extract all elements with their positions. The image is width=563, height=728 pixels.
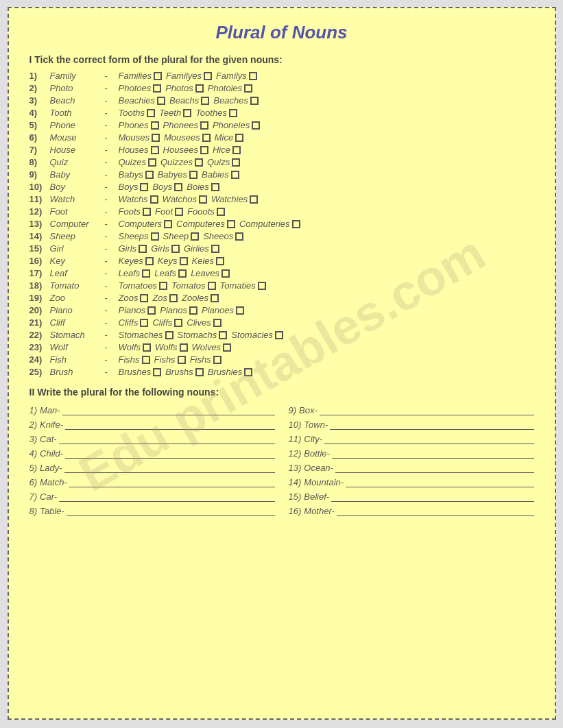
- option-checkbox[interactable]: [275, 331, 283, 339]
- write-answer-line[interactable]: [64, 462, 275, 473]
- option: Pianos: [119, 305, 156, 315]
- option-checkbox[interactable]: [235, 232, 243, 241]
- option-checkbox[interactable]: [202, 134, 211, 142]
- option-checkbox[interactable]: [217, 208, 225, 216]
- option-checkbox[interactable]: [139, 245, 147, 253]
- write-answer-line[interactable]: [67, 505, 275, 516]
- option-checkbox[interactable]: [244, 368, 252, 376]
- option-checkbox[interactable]: [147, 306, 156, 315]
- option-checkbox[interactable]: [142, 356, 150, 364]
- option-checkbox[interactable]: [213, 356, 221, 364]
- option-checkbox[interactable]: [151, 146, 159, 154]
- option-checkbox[interactable]: [189, 306, 197, 315]
- option-checkbox[interactable]: [143, 208, 151, 216]
- option-checkbox[interactable]: [153, 368, 161, 376]
- option-checkbox[interactable]: [157, 97, 165, 105]
- write-answer-line[interactable]: [59, 491, 274, 502]
- option-checkbox[interactable]: [221, 269, 230, 278]
- write-answer-line[interactable]: [65, 419, 274, 430]
- option-checkbox[interactable]: [195, 84, 204, 93]
- option-checkbox[interactable]: [154, 72, 162, 80]
- option-checkbox[interactable]: [152, 134, 160, 142]
- option-checkbox[interactable]: [213, 319, 221, 327]
- option-checkbox[interactable]: [249, 72, 257, 80]
- write-answer-line[interactable]: [324, 433, 534, 444]
- option-checkbox[interactable]: [189, 171, 197, 179]
- option-checkbox[interactable]: [244, 84, 252, 93]
- option-checkbox[interactable]: [219, 331, 227, 339]
- option-checkbox[interactable]: [200, 146, 208, 154]
- write-answer-line[interactable]: [69, 476, 275, 487]
- write-number: 15): [289, 492, 302, 502]
- option-checkbox[interactable]: [140, 294, 148, 302]
- option-checkbox[interactable]: [145, 171, 154, 179]
- option-checkbox[interactable]: [150, 195, 158, 204]
- write-answer-line[interactable]: [335, 462, 534, 473]
- write-right-column: 9)Box-10)Town-11)City-12)Bottle-13)Ocean…: [289, 404, 534, 520]
- option-checkbox[interactable]: [211, 294, 219, 302]
- option-checkbox[interactable]: [169, 294, 178, 302]
- option-checkbox[interactable]: [151, 232, 159, 241]
- option-text: Fooots: [187, 206, 215, 217]
- option-checkbox[interactable]: [140, 319, 148, 327]
- option-checkbox[interactable]: [178, 356, 186, 364]
- option-checkbox[interactable]: [180, 343, 188, 352]
- write-answer-line[interactable]: [330, 419, 534, 430]
- write-answer-line[interactable]: [346, 476, 534, 487]
- option-checkbox[interactable]: [164, 220, 172, 228]
- option-checkbox[interactable]: [191, 232, 199, 241]
- option-checkbox[interactable]: [252, 121, 260, 130]
- option-checkbox[interactable]: [178, 269, 187, 278]
- option-checkbox[interactable]: [140, 183, 148, 191]
- option-checkbox[interactable]: [195, 158, 203, 167]
- option-checkbox[interactable]: [227, 220, 235, 228]
- option-checkbox[interactable]: [142, 269, 150, 278]
- option-checkbox[interactable]: [174, 183, 182, 191]
- option-checkbox[interactable]: [250, 195, 258, 204]
- option-checkbox[interactable]: [195, 368, 204, 376]
- exercise-row: 25)Brush-BrushesBrushsBrushies: [29, 367, 534, 377]
- option-checkbox[interactable]: [148, 158, 156, 167]
- option-checkbox[interactable]: [159, 282, 167, 290]
- option-checkbox[interactable]: [145, 257, 154, 265]
- option-checkbox[interactable]: [200, 121, 208, 130]
- option-checkbox[interactable]: [232, 146, 241, 154]
- option-checkbox[interactable]: [183, 109, 191, 117]
- write-answer-line[interactable]: [337, 505, 534, 516]
- option-checkbox[interactable]: [180, 257, 188, 265]
- write-answer-line[interactable]: [331, 491, 534, 502]
- write-answer-line[interactable]: [332, 448, 534, 459]
- write-answer-line[interactable]: [65, 448, 274, 459]
- option-checkbox[interactable]: [199, 195, 207, 204]
- option-checkbox[interactable]: [211, 245, 219, 253]
- option: Cliffs: [152, 317, 182, 328]
- option-checkbox[interactable]: [235, 134, 243, 142]
- option-checkbox[interactable]: [174, 319, 182, 327]
- option-checkbox[interactable]: [231, 171, 239, 179]
- option-checkbox[interactable]: [236, 306, 244, 315]
- option-checkbox[interactable]: [211, 183, 219, 191]
- option-checkbox[interactable]: [151, 121, 159, 130]
- row-noun: Mouse: [50, 132, 105, 143]
- option-checkbox[interactable]: [153, 84, 161, 93]
- option-checkbox[interactable]: [201, 97, 209, 105]
- option-checkbox[interactable]: [175, 208, 183, 216]
- write-answer-line[interactable]: [62, 404, 275, 415]
- option-checkbox[interactable]: [147, 109, 155, 117]
- option-checkbox[interactable]: [232, 158, 240, 167]
- option-checkbox[interactable]: [165, 331, 173, 339]
- option-checkbox[interactable]: [171, 245, 180, 253]
- write-answer-line[interactable]: [59, 433, 275, 444]
- option-checkbox[interactable]: [292, 220, 300, 228]
- write-answer-line[interactable]: [320, 404, 534, 415]
- option-checkbox[interactable]: [258, 282, 266, 290]
- option-checkbox[interactable]: [143, 343, 151, 352]
- option-checkbox[interactable]: [216, 257, 224, 265]
- row-options: BabysBabyesBabies: [119, 169, 534, 180]
- option-checkbox[interactable]: [204, 72, 212, 80]
- option-checkbox[interactable]: [208, 282, 216, 290]
- option-checkbox[interactable]: [223, 343, 231, 352]
- option-checkbox[interactable]: [229, 109, 237, 117]
- option-checkbox[interactable]: [250, 97, 259, 105]
- row-options: TomatoesTomatosTomaties: [119, 280, 534, 291]
